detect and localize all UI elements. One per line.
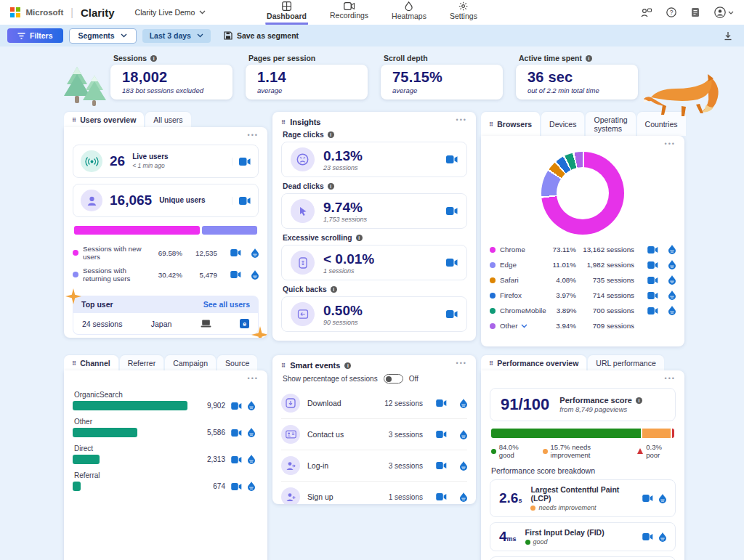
recordings-icon[interactable] (436, 431, 447, 438)
recordings-icon[interactable] (647, 277, 658, 284)
heatmap-icon[interactable] (248, 428, 255, 437)
recordings-icon[interactable] (642, 533, 653, 540)
drag-handle-icon[interactable]: ⠿ (489, 360, 493, 367)
heatmap-icon[interactable] (460, 461, 467, 471)
drag-handle-icon[interactable]: ⠿ (72, 117, 76, 123)
save-as-segment-button[interactable]: Save as segment (224, 31, 299, 40)
chevron-down-icon[interactable] (521, 324, 527, 328)
save-as-segment-label: Save as segment (237, 31, 299, 40)
info-icon[interactable]: i (328, 131, 334, 138)
heatmap-icon[interactable] (668, 245, 676, 254)
top-user-row[interactable]: 24 sessions Japan e (73, 313, 259, 335)
heatmap-icon[interactable] (251, 270, 259, 280)
info-icon[interactable]: i (636, 397, 642, 404)
more-menu-icon[interactable]: ••• (665, 140, 676, 147)
legend-color-dot (490, 247, 496, 253)
drag-handle-icon[interactable]: ⠿ (281, 119, 286, 126)
recordings-icon[interactable] (642, 495, 653, 502)
save-icon (224, 31, 232, 40)
tab-operating-systems[interactable]: Operating systems (586, 112, 635, 136)
drag-handle-icon[interactable]: ⠿ (281, 362, 286, 369)
tab-channel[interactable]: ⠿Channel (64, 355, 118, 370)
drag-handle-icon[interactable]: ⠿ (489, 121, 493, 128)
recordings-icon[interactable] (647, 307, 658, 315)
metric-card: 75.15% average (381, 65, 503, 100)
heatmap-icon[interactable] (668, 306, 676, 315)
more-menu-icon[interactable]: ••• (248, 375, 259, 382)
download-icon[interactable] (724, 31, 732, 41)
heatmap-icon[interactable] (659, 494, 666, 503)
recordings-icon[interactable] (232, 158, 251, 166)
more-menu-icon[interactable]: ••• (248, 131, 259, 139)
performance-segment-needs-improvement (642, 429, 671, 438)
recordings-icon[interactable] (231, 456, 242, 463)
tab-browsers[interactable]: ⠿Browsers (481, 112, 540, 136)
recordings-icon[interactable] (446, 310, 458, 318)
recordings-icon[interactable] (647, 292, 658, 299)
heatmap-icon[interactable] (248, 482, 255, 491)
share-team-icon[interactable] (641, 8, 652, 17)
recordings-icon[interactable] (446, 207, 458, 215)
info-icon[interactable]: i (586, 55, 592, 62)
tab-campaign[interactable]: Campaign (165, 355, 216, 370)
recordings-icon[interactable] (231, 429, 242, 437)
metric-cards: Sessions i 18,002 183 bot sessions exclu… (110, 54, 651, 100)
info-icon[interactable]: i (150, 55, 157, 62)
channel-bar (73, 428, 137, 437)
tab-source[interactable]: Source (217, 355, 257, 370)
recordings-icon[interactable] (230, 271, 241, 278)
recordings-icon[interactable] (647, 261, 658, 269)
info-icon[interactable]: i (328, 183, 334, 190)
account-menu[interactable] (714, 7, 734, 18)
info-icon[interactable]: i (344, 362, 351, 369)
recordings-icon[interactable] (231, 402, 242, 410)
recordings-icon[interactable] (231, 483, 242, 490)
tab-url-performance[interactable]: URL performance (588, 355, 663, 370)
heatmap-icon[interactable] (251, 248, 259, 258)
heatmap-icon[interactable] (659, 532, 666, 542)
tab-performance-overview[interactable]: ⠿Performance overview (481, 355, 586, 370)
recordings-icon[interactable] (446, 155, 458, 163)
nav-dashboard[interactable]: Dashboard (265, 0, 308, 25)
heatmap-icon[interactable] (668, 260, 676, 269)
performance-tabs: ⠿Performance overviewURL performance (481, 355, 684, 370)
recordings-icon[interactable] (436, 399, 447, 407)
more-menu-icon[interactable]: ••• (456, 360, 467, 367)
recordings-icon[interactable] (436, 493, 447, 500)
feedback-doc-icon[interactable] (691, 7, 700, 17)
heatmap-icon[interactable] (460, 430, 467, 439)
drag-handle-icon[interactable]: ⠿ (72, 360, 76, 367)
recordings-icon[interactable] (232, 197, 251, 205)
tab-all-users[interactable]: All users (145, 112, 190, 127)
nav-settings[interactable]: Settings (448, 0, 479, 25)
see-all-users-link[interactable]: See all users (203, 300, 250, 309)
help-icon[interactable]: ? (666, 7, 676, 17)
legend-count: 1,982 sessions (581, 261, 634, 269)
heatmap-icon[interactable] (460, 399, 467, 408)
date-range-dropdown[interactable]: Last 3 days (142, 29, 211, 43)
recordings-icon[interactable] (230, 249, 241, 256)
recordings-icon[interactable] (446, 259, 458, 267)
legend-label: Sessions with returning users (83, 267, 152, 283)
more-menu-icon[interactable]: ••• (456, 116, 467, 123)
nav-label: Dashboard (267, 12, 307, 20)
info-icon[interactable]: i (331, 286, 337, 293)
heatmap-icon[interactable] (248, 401, 255, 410)
heatmap-icon[interactable] (460, 492, 467, 502)
tab-devices[interactable]: Devices (541, 112, 584, 136)
heatmap-icon[interactable] (248, 455, 255, 464)
segments-button[interactable]: Segments (69, 28, 137, 44)
nav-heatmaps[interactable]: Heatmaps (390, 0, 428, 25)
heatmap-icon[interactable] (668, 275, 676, 285)
nav-recordings[interactable]: Recordings (328, 0, 370, 25)
info-icon[interactable]: i (356, 235, 363, 241)
recordings-icon[interactable] (436, 462, 447, 469)
heatmap-icon[interactable] (668, 291, 676, 300)
filters-button[interactable]: Filters (7, 28, 63, 43)
more-menu-icon[interactable]: ••• (665, 375, 676, 382)
project-switcher[interactable]: Clarity Live Demo (135, 8, 206, 17)
tab-referrer[interactable]: Referrer (120, 355, 164, 370)
tab-users-overview[interactable]: ⠿Users overview (64, 112, 144, 127)
percentage-toggle[interactable] (384, 374, 403, 384)
recordings-icon[interactable] (647, 246, 658, 253)
